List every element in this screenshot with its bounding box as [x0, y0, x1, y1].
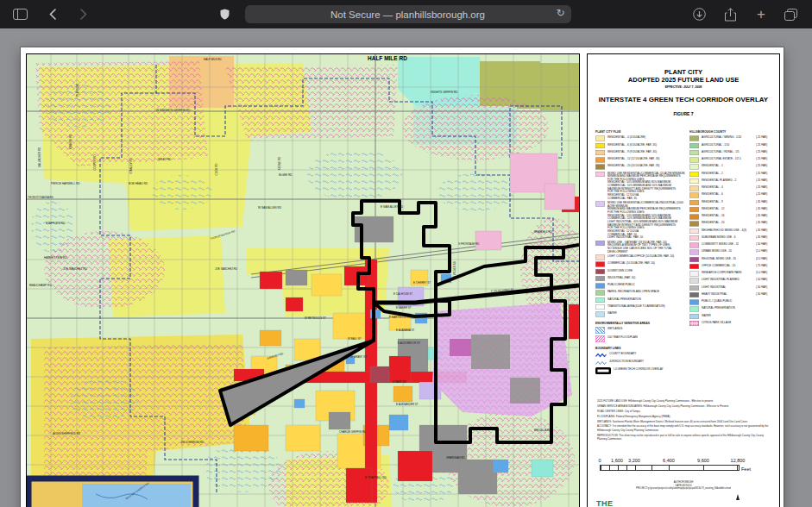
legend-item: SUBURBAN MIXED USE - 6(.35 FAR) [689, 235, 775, 241]
address-bar[interactable]: Not Secure — planhillsborough.org ↻ [245, 5, 571, 23]
map-title-city: PLANT CITY [588, 68, 779, 76]
legend-item-label: MIXED USE - GATEWAY (18 DU/ACRE, FAR .50… [607, 241, 686, 254]
legend-item: MIXED USE - GATEWAY (18 DU/ACRE, FAR .50… [595, 241, 686, 254]
legend-swatch [595, 150, 605, 155]
legend-item: WETLANDS [595, 326, 686, 334]
legend-swatch [689, 264, 699, 269]
legend-swatch [689, 143, 699, 148]
legend-swatch [595, 276, 605, 281]
legend-item-label: MIXED USE RESIDENTIAL/COMMERCIAL/INDUSTR… [607, 201, 686, 239]
back-button[interactable] [40, 4, 66, 25]
legend-item-far: (.25 FAR) [756, 157, 775, 160]
credits-block: AUTHOR:WELSH DATE:08/10/10 PROJECT:g:\gi… [588, 480, 779, 500]
legend-item: AGRICULTURAL - 1/10(.25 FAR) [689, 142, 775, 148]
map-title-block: PLANT CITY ADOPTED 2025 FUTURE LAND USE … [588, 68, 779, 116]
legend-item-far: (.35 FAR) [756, 214, 775, 217]
legend-swatch [595, 262, 605, 267]
legend-item: TRANSITIONAL AREA (DUE TO ANNEXATION) [595, 304, 686, 310]
tab-overview-button[interactable] [777, 4, 803, 25]
legend-item: RESIDENTIAL - 4 (4 DU/ACRE) [595, 135, 686, 141]
legend-swatch [689, 178, 699, 184]
legend-item-label: AGRICULTURAL - 1/10 [702, 142, 754, 146]
legend-item-label: AGRICULTURAL / MINING - 1/20 [702, 135, 754, 139]
legend-swatch [689, 321, 699, 326]
map-effective-date: EFFECTIVE: JULY 7, 2009 [588, 85, 779, 89]
legend-item-far: (.50 FAR) [756, 278, 775, 281]
legend-item: RESIDENTIAL - 12 (12 DU/ACRE, FAR .35) [595, 157, 686, 163]
legend-item-far: (.25 FAR) [756, 164, 775, 167]
legend-swatch [595, 143, 605, 148]
legend-swatch [595, 367, 611, 374]
legend-item: RESIDENTIAL - 2(.25 FAR) [689, 171, 775, 177]
legend-item-label: RESIDENTIAL - 4 (4 DU/ACRE) [607, 135, 645, 139]
legend-item-far: (.50 FAR) [756, 285, 775, 288]
legend-swatch [689, 314, 699, 319]
legend-item-far: (.35 FAR) [756, 199, 775, 203]
legend-env-header: ENVIRONMENTALLY SENSITIVE AREAS [595, 321, 686, 324]
legend-item-label: PARKS, RECREATION AND OPEN SPACE [607, 290, 659, 293]
legend-item: MIXED USE RESIDENTIAL/COMMERCIAL (20 ACR… [595, 171, 686, 199]
legend-item-label: RESIDENTIAL PLANNED - 2 [702, 178, 754, 182]
legend-item: NATURAL PRESERVATION [595, 297, 686, 303]
legend-item-label: RESIDENTIAL - 6 (6 DU/ACRE, FAR .35) [607, 142, 657, 146]
legend-swatch [689, 165, 699, 170]
note-line: FLOODPLAINS: Federal Emergency Mangement… [597, 415, 774, 418]
sidebar-toggle-button[interactable] [7, 4, 33, 25]
legend-item: COUNTY BOUNDARY [595, 352, 686, 358]
legend-item-label: COMMUNITY MIXED USE - 12 [702, 242, 754, 246]
legend-county-header: HILLSBOROUGH COUNTY [689, 130, 775, 134]
privacy-shield-icon[interactable] [212, 4, 238, 25]
note-line: REPRODUCTION: This sheet may not be repr… [597, 433, 774, 441]
legend-item: RESIDENTIAL - 20(.35 FAR) [689, 221, 775, 227]
pdf-viewport[interactable]: HALF MILE RDHALF MILE RDW KNIGHTS GRIFFI… [0, 28, 812, 507]
legend-swatch [595, 157, 605, 162]
legend-plant-city-header: PLANT CITY FLUE [595, 130, 686, 134]
legend-item: RESEARCH CORPORATE PARK(1.0 FAR) [689, 271, 775, 277]
legend-item: LIGHT INDUSTRIAL PLANNED(.50 FAR) [689, 278, 775, 284]
legend-item-far: (.25 FAR) [756, 142, 775, 146]
legend-boundary-header: BOUNDARY LINES [595, 347, 686, 350]
legend-swatch [689, 150, 699, 155]
legend-swatch [595, 327, 605, 334]
planning-commission-logo: THE [596, 499, 614, 507]
legend-item-far: (.75 FAR) [756, 264, 775, 267]
legend-item: URBAN MIXED USE - 20(1.0 FAR) [689, 249, 775, 255]
forward-button[interactable] [71, 4, 97, 25]
legend-item: PUBLIC / QUASI-PUBLIC [689, 299, 775, 305]
legend-item-label: NEIGHBORHOOD MIXED USE - 4(3) [702, 228, 754, 231]
legend-item: MIXED USE RESIDENTIAL/COMMERCIAL/INDUSTR… [595, 201, 686, 239]
legend-item-label: NATURAL PRESERVATION [702, 306, 754, 310]
map-graphics [27, 54, 579, 507]
legend-item-label: RESIDENTIAL - 20 [702, 221, 754, 224]
legend-item-label: HEAVY INDUSTRIAL [702, 292, 754, 296]
legend-item-label: LIGHT INDUSTRIAL [702, 285, 754, 288]
downloads-button[interactable] [686, 4, 712, 25]
legend-swatch [689, 214, 699, 219]
legend-swatch [595, 172, 605, 177]
legend-item-far: (.35 FAR) [756, 221, 775, 224]
legend-item: WATER [689, 313, 775, 319]
map-figure-number: FIGURE 7 [588, 111, 779, 116]
legend-item: AGRICULTURAL ESTATE - 1/2.5(.25 FAR) [689, 157, 775, 163]
share-button[interactable] [717, 4, 743, 25]
legend-item: RESIDENTIAL - 12(.35 FAR) [689, 207, 775, 213]
legend-item-label: LIGHT INDUSTRIAL PLANNED [702, 278, 754, 281]
legend-item: INDUSTRIAL (FAR .50) [595, 276, 686, 282]
land-use-map: HALF MILE RDHALF MILE RDW KNIGHTS GRIFFI… [26, 53, 580, 507]
legend-swatch [689, 172, 699, 177]
legend-swatch [689, 193, 699, 198]
scale-tick-label: 3,200 [628, 458, 640, 463]
scale-bar-unit: Feet [741, 466, 751, 472]
legend-item-far: (.35 FAR) [756, 228, 775, 231]
legend-item-label: RESEARCH CORPORATE PARK [702, 271, 754, 274]
legend-item: RESIDENTIAL - 20 (20 DU/ACRE, FAR .35) [595, 164, 686, 170]
legend-swatch [595, 254, 605, 260]
legend-panel: PLANT CITY ADOPTED 2025 FUTURE LAND USE … [587, 53, 780, 507]
legend-swatch [689, 228, 699, 234]
legend-swatch [595, 311, 605, 316]
new-tab-button[interactable]: + [748, 4, 774, 25]
legend-item-far: (.35 FAR) [756, 207, 775, 210]
reload-icon[interactable]: ↻ [556, 7, 564, 19]
scale-bar: 01,6003,2006,4009,60012,800 Feet [600, 458, 764, 471]
map-overlay-title: INTERSTATE 4 GREEN TECH CORRIDOR OVERLAY [588, 96, 779, 103]
